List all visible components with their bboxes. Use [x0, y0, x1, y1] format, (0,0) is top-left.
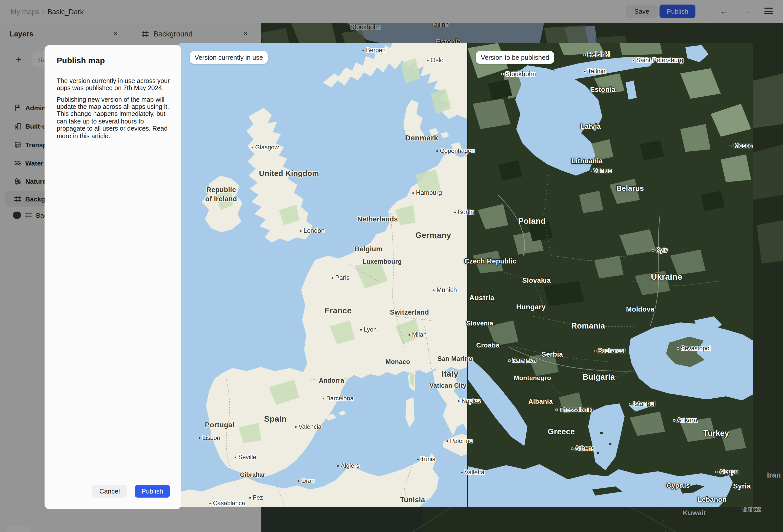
map-label: Poland [518, 217, 545, 226]
map-label: Hamburg [412, 189, 442, 196]
map-label: Lebanon [697, 496, 726, 503]
map-label: Glasgow [252, 144, 279, 151]
map-label: France [324, 306, 351, 315]
map-label: Luxembourg [363, 258, 402, 265]
map-label: Belgium [354, 245, 382, 253]
map-label: Netherlands [357, 215, 398, 223]
map-label: Berlin [454, 209, 474, 216]
map-label: Thessaloniki [556, 406, 593, 413]
map-label: Albania [528, 398, 553, 405]
map-label: Bucharest [594, 347, 625, 354]
map-label: Seville [235, 453, 256, 461]
map-label: of Ireland [205, 195, 237, 203]
map-label: Ukraine [651, 272, 682, 282]
compare-labels: BergenOsloGlasgowUnited KingdomRepublico… [178, 43, 753, 507]
map-label: United Kingdom [259, 169, 319, 178]
map-label: Sarajevo [509, 357, 536, 364]
map-label: Czech Republic [464, 257, 517, 265]
modal-title: Publish map [57, 56, 105, 65]
map-label: Naples [458, 397, 480, 404]
map-label: Helsinki [584, 51, 609, 58]
map-label: Monaco [386, 358, 410, 366]
map-label: Stockholm [502, 70, 536, 78]
map-label: Romania [571, 321, 605, 331]
map-label: Barcelona [323, 395, 353, 402]
map-label: Munich [433, 286, 457, 293]
map-label: Kyiv [652, 247, 667, 254]
map-label: Hungary [516, 303, 545, 311]
map-label: Moscow [730, 142, 753, 149]
map-label: Athens [571, 445, 595, 452]
map-label: Oran [297, 477, 315, 484]
map-label: Austria [469, 293, 494, 302]
map-label: Spain [264, 414, 286, 424]
map-label: Switzerland [390, 309, 429, 316]
map-label: London [300, 227, 324, 234]
map-label: Belarus [616, 184, 644, 192]
map-label: Sevastopol [677, 345, 711, 352]
map-label: Ankara [674, 416, 697, 424]
map-label: Paris [332, 274, 350, 281]
map-label: Latvia [581, 123, 601, 130]
cancel-button[interactable]: Cancel [92, 485, 127, 498]
map-label: Lisbon [199, 434, 220, 441]
modal-publish-button[interactable]: Publish [135, 485, 170, 498]
map-label: Montenegro [514, 375, 551, 382]
map-label: Estonia [590, 86, 616, 93]
map-label: Bulgaria [583, 373, 615, 382]
map-label: Algiers [337, 462, 359, 469]
map-label: Palermo [446, 437, 472, 444]
map-label: Gibraltar [240, 472, 265, 478]
map-label: Slovakia [522, 277, 551, 284]
map-label: Aleppo [716, 468, 738, 475]
map-label: Vatican City [430, 382, 467, 389]
map-label: Turkey [703, 429, 729, 438]
map-label: Portugal [205, 420, 234, 429]
current-version-badge: Version currently in use [190, 51, 268, 64]
map-label: Croatia [476, 341, 500, 349]
map-label: Republic [206, 186, 236, 194]
map-label: Moldova [626, 306, 654, 313]
map-label: Lyon [360, 326, 377, 333]
version-compare-view: BergenOsloGlasgowUnited KingdomRepublico… [178, 43, 753, 507]
map-label: Saint Petersburg [633, 57, 683, 64]
this-article-link[interactable]: this article [80, 132, 108, 139]
map-label: Germany [415, 231, 451, 240]
modal-paragraph-2: Publishing new version of the map will u… [57, 96, 171, 140]
publish-map-modal: Publish map The version currently in use… [44, 45, 181, 509]
map-label: Greece [547, 427, 575, 436]
map-label: Istanbul [629, 400, 655, 407]
map-label: Slovenia [466, 320, 493, 327]
new-version-badge: Version to be published [476, 51, 554, 64]
map-label: Tallinn [584, 68, 605, 75]
map-label: Denmark [405, 133, 438, 142]
modal-footer: Cancel Publish [44, 485, 181, 498]
map-label: Lithuania [571, 157, 603, 165]
map-label: Italy [442, 370, 458, 379]
map-label: Milan [408, 331, 427, 338]
map-label: Cyprus [666, 482, 690, 489]
map-label: Bergen [363, 46, 385, 54]
map-label: Oslo [427, 57, 443, 64]
map-label: Vilnius [590, 167, 612, 174]
modal-paragraph-1: The version currently in use across your… [57, 77, 171, 92]
map-label: San Marino [438, 355, 473, 363]
map-label: Casablanca [210, 500, 245, 507]
map-label: Copenhagen [436, 147, 474, 154]
map-label: Tunisia [400, 496, 425, 504]
map-label: Tunis [417, 456, 435, 463]
map-label: Serbia [541, 350, 563, 358]
map-label: Fez [249, 494, 263, 501]
map-label: Syria [733, 482, 751, 490]
map-label: Valencia [295, 423, 321, 430]
map-label: Valletta [461, 469, 484, 476]
map-label: Andorra [319, 377, 344, 384]
